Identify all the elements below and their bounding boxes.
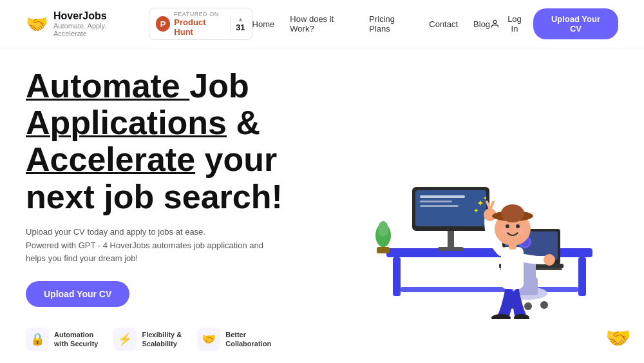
user-icon [490,19,500,29]
hero-section: Automate Job Applications & Accelerate y… [0,48,644,363]
navbar: 🤝 HoverJobs Automate. Apply. Accelerate … [0,0,644,48]
svg-rect-1 [386,248,592,257]
feature-flexibility: ⚡ Flexibility &Scalability [113,328,182,351]
nav-how-works[interactable]: How does it Work? [290,14,354,34]
ph-arrow: ▲ [238,16,243,23]
hero-desc-line1: Upload your CV today and apply to jobs a… [26,227,205,237]
svg-rect-4 [401,287,578,292]
hero-title-line4: next job search! [26,178,283,215]
hero-title-applications: Applications [26,104,227,141]
upload-cv-nav-button[interactable]: Upload Your CV [533,8,618,39]
svg-rect-3 [578,257,586,296]
nav-home[interactable]: Home [252,19,275,29]
features-row: 🔒 Automationwith Security ⚡ Flexibility … [26,328,283,351]
flexibility-icon-box: ⚡ [113,328,137,351]
svg-point-42 [502,228,508,234]
hero-left: Automate Job Applications & Accelerate y… [26,68,283,351]
brand-tagline: Automate. Apply. Accelerate [53,22,136,37]
brand-name: HoverJobs [53,10,136,22]
svg-point-39 [501,204,524,222]
logo-text-block: HoverJobs Automate. Apply. Accelerate [53,10,136,37]
hero-title-your: your [195,141,277,178]
feature-automation: 🔒 Automationwith Security [26,328,98,351]
nav-blog[interactable]: Blog [473,19,490,29]
nav-left: 🤝 HoverJobs Automate. Apply. Accelerate … [26,8,252,40]
svg-point-28 [524,302,532,310]
svg-point-27 [540,301,548,309]
ph-featured-label: FEATURED ON [174,11,223,17]
ph-icon: P [156,16,170,32]
automation-label: Automationwith Security [54,330,98,349]
svg-point-0 [493,20,497,23]
svg-point-43 [517,228,524,234]
hero-desc-line3: helps you find your dream job! [26,253,138,263]
automation-icon-box: 🔒 [26,328,49,351]
ph-count: 31 [236,23,245,32]
svg-rect-6 [438,247,464,251]
collaboration-icon: 🤝 [202,332,216,346]
hero-illustration: ✦ ✦ ✦ [348,100,618,319]
feature-collaboration: 🤝 BetterCollaboration [197,328,271,351]
ph-text: FEATURED ON Product Hunt [174,11,223,37]
lock-icon: 🔒 [30,332,44,346]
svg-line-34 [490,202,493,210]
svg-text:✦: ✦ [483,195,488,201]
hero-title-automate: Automate [26,67,189,104]
svg-point-21 [378,221,388,237]
nav-contact[interactable]: Contact [429,19,458,29]
svg-text:✦: ✦ [473,207,478,214]
desk-scene-svg: ✦ ✦ ✦ [348,100,618,319]
svg-rect-11 [420,201,452,202]
logo-icon: 🤝 [26,14,48,35]
svg-point-41 [516,224,520,228]
svg-rect-5 [448,229,454,250]
collaboration-label: BetterCollaboration [225,330,271,349]
ph-product-label: Product Hunt [174,17,223,37]
collaboration-icon-box: 🤝 [197,328,220,351]
logo-area: 🤝 HoverJobs Automate. Apply. Accelerate [26,10,136,37]
hero-title: Automate Job Applications & Accelerate y… [26,68,283,215]
ph-number: ▲ 31 [230,16,245,32]
svg-rect-2 [393,257,401,296]
svg-rect-10 [420,195,465,198]
flexibility-icon: ⚡ [118,332,132,346]
nav-links: Home How does it Work? Pricing Plans Con… [252,14,491,34]
login-button[interactable]: Log In [490,14,526,34]
hero-desc-line2: Powered with GPT - 4 HoverJobs automates… [26,240,263,250]
svg-rect-22 [377,247,390,253]
bottom-right-logo-icon: 🤝 [605,326,631,350]
hero-title-accelerate: Accelerate [26,141,195,178]
hero-title-and: & [227,104,260,141]
svg-point-40 [506,224,509,228]
product-hunt-badge[interactable]: P FEATURED ON Product Hunt ▲ 31 [149,8,252,40]
login-label: Log In [504,14,526,34]
svg-point-35 [544,254,555,266]
nav-pricing[interactable]: Pricing Plans [369,14,413,34]
nav-right: Log In Upload Your CV [490,8,618,39]
svg-rect-12 [420,205,459,207]
flexibility-label: Flexibility &Scalability [142,330,182,349]
upload-cv-hero-button[interactable]: Upload Your CV [26,281,129,307]
hero-description: Upload your CV today and apply to jobs a… [26,226,270,266]
hero-title-job: Job [189,67,249,104]
